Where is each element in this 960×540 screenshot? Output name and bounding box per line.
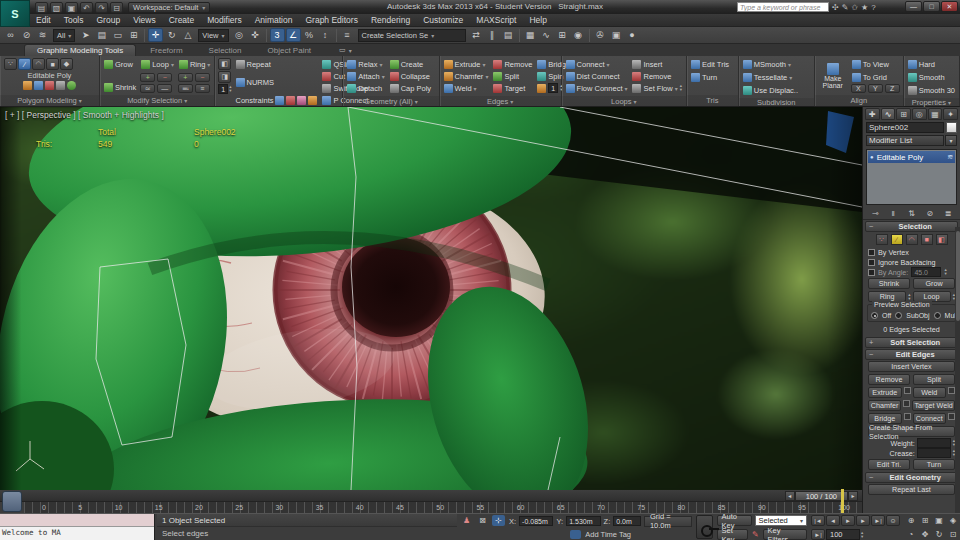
listener-pane[interactable]: Welcome to MA (0, 527, 154, 540)
tab-freeform[interactable]: Freeform (138, 45, 194, 56)
nurms-button[interactable]: NURMS (235, 76, 319, 88)
new-scene-icon[interactable]: ▤ (35, 2, 48, 13)
pm-tool-icon-5[interactable] (67, 81, 76, 90)
favorites-icon[interactable]: ✩ (851, 3, 858, 12)
smooth-edge-button[interactable]: Smooth (907, 71, 956, 83)
snaps-toggle-icon[interactable]: 3 (270, 28, 285, 42)
animation-selection-set-dropdown[interactable]: Selected▾ (755, 515, 807, 526)
object-name-field[interactable]: Sphere002 (866, 122, 944, 133)
minimize-button[interactable]: — (905, 1, 922, 12)
restore-button[interactable]: □ (923, 1, 940, 12)
by-vertex-checkbox[interactable] (868, 249, 875, 256)
configure-modifier-sets-icon[interactable]: ≣ (942, 208, 954, 219)
menu-edit[interactable]: Edit (36, 15, 51, 25)
close-button[interactable]: ✕ (941, 1, 958, 12)
zoom-extents-all-icon[interactable]: ◈ (946, 515, 960, 526)
hard-edge-button[interactable]: Hard (907, 58, 956, 70)
by-vertex-row[interactable]: By Vertex (863, 247, 960, 257)
edit-edges-rollout-header[interactable]: −Edit Edges (865, 349, 958, 360)
workspace-dropdown[interactable]: Workspace: Default ▾ (128, 2, 210, 13)
play-animation-icon[interactable]: ► (841, 515, 855, 526)
ring-grow-button[interactable]: + (178, 73, 193, 82)
align-icon[interactable]: ∥ (485, 28, 500, 42)
search-input[interactable]: Type a keyword or phrase (737, 2, 829, 12)
key-mode-toggle-icon[interactable]: ⊙ (886, 515, 900, 526)
element-mode-icon[interactable]: ◆ (60, 58, 73, 70)
redo-icon[interactable]: ↷ (95, 2, 108, 13)
connect-settings-button[interactable] (948, 413, 955, 420)
ring-shift-button[interactable]: ≕ (178, 84, 193, 93)
time-slider-handle[interactable]: ◄ 100 / 100 ► (785, 491, 858, 501)
use-pivot-center-icon[interactable]: ◎ (232, 28, 247, 42)
zoom-icon[interactable]: ⊕ (904, 515, 918, 526)
perspective-viewport[interactable]: [ + ] [ Perspective ] [ Smooth + Highlig… (0, 107, 862, 490)
tab-selection[interactable]: Selection (197, 45, 254, 56)
panel-label-edges[interactable]: Edges▾ (440, 96, 561, 106)
shrink-button[interactable]: Shrink (103, 81, 137, 93)
auto-key-button[interactable]: Auto Key (717, 515, 752, 526)
edge-subobject-icon[interactable]: ∕ (891, 234, 903, 245)
constrain-edge-icon[interactable] (286, 96, 295, 105)
timeline-corner-button[interactable] (2, 491, 22, 512)
display-tab-icon[interactable]: ▦ (928, 108, 943, 120)
polygon-mode-icon[interactable]: ■ (46, 58, 59, 70)
polygon-subobject-icon[interactable]: ■ (921, 234, 933, 245)
next-frame-icon[interactable]: ► (856, 515, 870, 526)
vertex-subobject-icon[interactable]: ∵ (876, 234, 888, 245)
extrude-edge-button[interactable]: Extrude (868, 387, 902, 398)
select-and-move-icon[interactable]: ✛ (148, 28, 163, 42)
pm-tool-icon-1[interactable] (23, 81, 32, 90)
pm-tool-icon-4[interactable] (56, 81, 65, 90)
layer-manager-icon[interactable]: ▤ (501, 28, 516, 42)
align-z-button[interactable]: Z (885, 84, 900, 93)
set-key-brush-icon[interactable]: ✎ (751, 529, 759, 540)
current-frame-marker[interactable] (841, 489, 844, 514)
select-and-link-icon[interactable]: ∞ (3, 28, 18, 42)
chevron-down-icon[interactable]: ▾ (945, 135, 957, 146)
edit-preserve-uvs-icon[interactable]: ◧ (218, 58, 231, 70)
ignore-backfacing-row[interactable]: Ignore Backfacing (863, 257, 960, 267)
align-x-button[interactable]: X (851, 84, 866, 93)
shrink-button-cp[interactable]: Shrink (868, 278, 910, 289)
to-view-button[interactable]: To View (851, 58, 900, 70)
use-displacement-button[interactable]: Use Displac.. (742, 84, 811, 96)
open-file-icon[interactable]: ▧ (50, 2, 63, 13)
current-frame-field[interactable]: 100 (826, 529, 860, 540)
zoom-all-icon[interactable]: ⊞ (918, 515, 932, 526)
turn-button-cp[interactable]: Turn (913, 459, 955, 470)
extrude-button[interactable]: Extrude▾ (443, 58, 490, 70)
selection-rollout-header[interactable]: −Selection (865, 221, 958, 232)
menu-maxscript[interactable]: MAXScript (476, 15, 516, 25)
current-frame-indicator[interactable]: 100 / 100 (795, 491, 848, 501)
pm-tool-icon-2[interactable] (34, 81, 43, 90)
preview-subobj-radio[interactable] (895, 312, 902, 319)
select-and-scale-icon[interactable]: △ (180, 28, 195, 42)
viewport-label[interactable]: [ + ] [ Perspective ] [ Smooth + Highlig… (5, 110, 164, 120)
panel-label-properties[interactable]: Properties▾ (904, 98, 959, 107)
collapse-button[interactable]: Collapse (389, 70, 432, 82)
remove-modifier-icon[interactable]: ⊘ (924, 208, 936, 219)
set-project-folder-icon[interactable]: ⊟ (110, 2, 123, 13)
menu-animation[interactable]: Animation (255, 15, 293, 25)
add-time-tag[interactable]: Add Time Tag (585, 530, 631, 539)
grow-button-cp[interactable]: Grow (913, 278, 955, 289)
border-subobject-icon[interactable]: ◠ (906, 234, 918, 245)
create-shape-button[interactable]: Create Shape From Selection (868, 426, 955, 437)
set-flow-button[interactable]: Set Flow▾▴▾ (631, 82, 682, 94)
element-subobject-icon[interactable]: ◧ (936, 234, 948, 245)
edit-tris-button[interactable]: Edit Tris (690, 58, 735, 70)
edit-geometry-rollout-header[interactable]: −Edit Geometry (865, 472, 958, 483)
render-setup-icon[interactable]: ✇ (593, 28, 608, 42)
maximize-viewport-icon[interactable]: ⊡ (946, 529, 960, 540)
modifier-pin-icon[interactable]: ≋ (947, 153, 953, 161)
panel-label-geometry[interactable]: Geometry (All)▾ (343, 96, 438, 106)
menu-create[interactable]: Create (169, 15, 195, 25)
maxscript-mini-listener[interactable]: Welcome to MA (0, 514, 155, 540)
stack-item-editable-poly[interactable]: ● Editable Poly ≋ (868, 151, 955, 163)
remove-loop-button[interactable]: Remove (631, 70, 682, 82)
connect-button[interactable]: Connect▾ (565, 58, 629, 70)
repeat-last-button[interactable]: Repeat Last (868, 484, 955, 495)
command-panel-scrollbar[interactable] (955, 227, 960, 513)
turn-button[interactable]: Turn (690, 71, 735, 83)
schematic-view-icon[interactable]: ⊞ (555, 28, 570, 42)
